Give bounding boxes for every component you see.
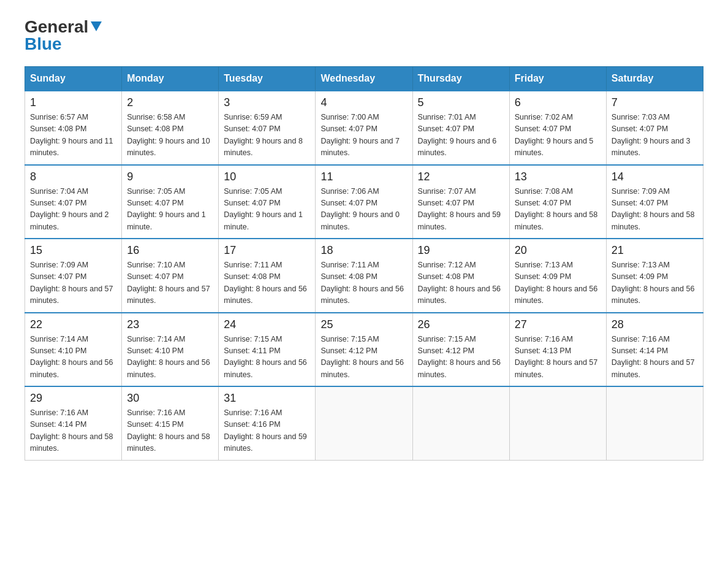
calendar-cell: 6Sunrise: 7:02 AMSunset: 4:07 PMDaylight… [509,91,606,165]
calendar-cell [509,386,606,460]
day-number: 21 [612,244,698,257]
day-number: 3 [224,96,310,109]
day-number: 12 [418,170,504,183]
day-number: 6 [515,96,601,109]
logo: General Blue [25,18,103,54]
day-info: Sunrise: 7:08 AMSunset: 4:07 PMDaylight:… [515,186,601,234]
header-cell-monday: Monday [122,67,219,91]
header-cell-thursday: Thursday [412,67,509,91]
day-info: Sunrise: 7:11 AMSunset: 4:08 PMDaylight:… [320,259,407,307]
day-info: Sunrise: 7:15 AMSunset: 4:11 PMDaylight:… [224,334,310,381]
day-info: Sunrise: 6:58 AMSunset: 4:08 PMDaylight:… [127,112,213,159]
calendar-cell: 18Sunrise: 7:11 AMSunset: 4:08 PMDayligh… [316,239,412,313]
day-info: Sunrise: 7:16 AMSunset: 4:13 PMDaylight:… [515,334,601,381]
header-cell-friday: Friday [509,67,606,91]
week-row-3: 15Sunrise: 7:09 AMSunset: 4:07 PMDayligh… [25,239,703,313]
day-number: 24 [224,318,310,331]
day-info: Sunrise: 7:05 AMSunset: 4:07 PMDaylight:… [127,186,213,234]
calendar-cell [316,386,412,460]
calendar-cell: 7Sunrise: 7:03 AMSunset: 4:07 PMDaylight… [606,91,703,165]
calendar-cell: 8Sunrise: 7:04 AMSunset: 4:07 PMDaylight… [25,165,122,239]
calendar-cell: 22Sunrise: 7:14 AMSunset: 4:10 PMDayligh… [25,313,122,387]
day-info: Sunrise: 7:02 AMSunset: 4:07 PMDaylight:… [515,112,601,159]
calendar-cell: 2Sunrise: 6:58 AMSunset: 4:08 PMDaylight… [122,91,219,165]
day-info: Sunrise: 7:10 AMSunset: 4:07 PMDaylight:… [127,259,213,307]
calendar-cell [606,386,703,460]
header-cell-tuesday: Tuesday [219,67,316,91]
calendar-cell: 17Sunrise: 7:11 AMSunset: 4:08 PMDayligh… [219,239,316,313]
calendar-cell: 23Sunrise: 7:14 AMSunset: 4:10 PMDayligh… [122,313,219,387]
day-info: Sunrise: 7:06 AMSunset: 4:07 PMDaylight:… [320,186,407,234]
day-number: 22 [30,318,116,331]
day-info: Sunrise: 7:07 AMSunset: 4:07 PMDaylight:… [418,186,504,234]
day-number: 25 [320,318,407,331]
logo-general: General [25,18,88,36]
day-number: 2 [127,96,213,109]
day-number: 9 [127,170,213,183]
week-row-1: 1Sunrise: 6:57 AMSunset: 4:08 PMDaylight… [25,91,703,165]
calendar-cell: 28Sunrise: 7:16 AMSunset: 4:14 PMDayligh… [606,313,703,387]
day-info: Sunrise: 7:00 AMSunset: 4:07 PMDaylight:… [320,112,407,159]
day-info: Sunrise: 7:13 AMSunset: 4:09 PMDaylight:… [612,259,698,307]
day-number: 23 [127,318,213,331]
svg-marker-0 [91,21,102,31]
calendar-table: SundayMondayTuesdayWednesdayThursdayFrid… [25,66,703,461]
calendar-cell: 4Sunrise: 7:00 AMSunset: 4:07 PMDaylight… [316,91,412,165]
calendar-cell: 24Sunrise: 7:15 AMSunset: 4:11 PMDayligh… [219,313,316,387]
day-info: Sunrise: 7:14 AMSunset: 4:10 PMDaylight:… [30,334,116,381]
logo-triangle-icon [89,19,103,33]
day-info: Sunrise: 7:11 AMSunset: 4:08 PMDaylight:… [224,259,310,307]
day-number: 13 [515,170,601,183]
calendar-cell: 30Sunrise: 7:16 AMSunset: 4:15 PMDayligh… [122,386,219,460]
day-number: 8 [30,170,116,183]
day-info: Sunrise: 7:05 AMSunset: 4:07 PMDaylight:… [224,186,310,234]
day-number: 7 [612,96,698,109]
day-number: 26 [418,318,504,331]
calendar-cell: 15Sunrise: 7:09 AMSunset: 4:07 PMDayligh… [25,239,122,313]
day-info: Sunrise: 7:12 AMSunset: 4:08 PMDaylight:… [418,259,504,307]
day-number: 16 [127,244,213,257]
day-number: 10 [224,170,310,183]
page-header: General Blue [25,18,703,54]
day-number: 29 [30,392,116,405]
day-number: 14 [612,170,698,183]
day-info: Sunrise: 6:57 AMSunset: 4:08 PMDaylight:… [30,112,116,159]
day-info: Sunrise: 7:14 AMSunset: 4:10 PMDaylight:… [127,334,213,381]
day-number: 20 [515,244,601,257]
calendar-cell: 11Sunrise: 7:06 AMSunset: 4:07 PMDayligh… [316,165,412,239]
calendar-cell: 12Sunrise: 7:07 AMSunset: 4:07 PMDayligh… [412,165,509,239]
calendar-cell: 26Sunrise: 7:15 AMSunset: 4:12 PMDayligh… [412,313,509,387]
header-row: SundayMondayTuesdayWednesdayThursdayFrid… [25,67,703,91]
day-info: Sunrise: 7:13 AMSunset: 4:09 PMDaylight:… [515,259,601,307]
calendar-cell: 19Sunrise: 7:12 AMSunset: 4:08 PMDayligh… [412,239,509,313]
day-info: Sunrise: 7:04 AMSunset: 4:07 PMDaylight:… [30,186,116,234]
header-cell-wednesday: Wednesday [316,67,412,91]
week-row-2: 8Sunrise: 7:04 AMSunset: 4:07 PMDaylight… [25,165,703,239]
day-info: Sunrise: 7:01 AMSunset: 4:07 PMDaylight:… [418,112,504,159]
day-number: 11 [320,170,407,183]
day-info: Sunrise: 7:03 AMSunset: 4:07 PMDaylight:… [612,112,698,159]
day-number: 28 [612,318,698,331]
day-number: 27 [515,318,601,331]
day-info: Sunrise: 7:16 AMSunset: 4:16 PMDaylight:… [224,407,310,455]
calendar-cell: 20Sunrise: 7:13 AMSunset: 4:09 PMDayligh… [509,239,606,313]
calendar-cell: 5Sunrise: 7:01 AMSunset: 4:07 PMDaylight… [412,91,509,165]
day-number: 17 [224,244,310,257]
calendar-cell: 29Sunrise: 7:16 AMSunset: 4:14 PMDayligh… [25,386,122,460]
day-info: Sunrise: 6:59 AMSunset: 4:07 PMDaylight:… [224,112,310,159]
header-cell-sunday: Sunday [25,67,122,91]
calendar-cell: 21Sunrise: 7:13 AMSunset: 4:09 PMDayligh… [606,239,703,313]
calendar-cell: 25Sunrise: 7:15 AMSunset: 4:12 PMDayligh… [316,313,412,387]
day-number: 31 [224,392,310,405]
calendar-cell: 13Sunrise: 7:08 AMSunset: 4:07 PMDayligh… [509,165,606,239]
day-info: Sunrise: 7:15 AMSunset: 4:12 PMDaylight:… [418,334,504,381]
day-info: Sunrise: 7:09 AMSunset: 4:07 PMDaylight:… [612,186,698,234]
day-number: 1 [30,96,116,109]
logo-blue: Blue [25,34,62,54]
week-row-5: 29Sunrise: 7:16 AMSunset: 4:14 PMDayligh… [25,386,703,460]
calendar-cell: 10Sunrise: 7:05 AMSunset: 4:07 PMDayligh… [219,165,316,239]
day-info: Sunrise: 7:16 AMSunset: 4:14 PMDaylight:… [30,407,116,455]
day-info: Sunrise: 7:09 AMSunset: 4:07 PMDaylight:… [30,259,116,307]
day-number: 19 [418,244,504,257]
calendar-cell: 31Sunrise: 7:16 AMSunset: 4:16 PMDayligh… [219,386,316,460]
